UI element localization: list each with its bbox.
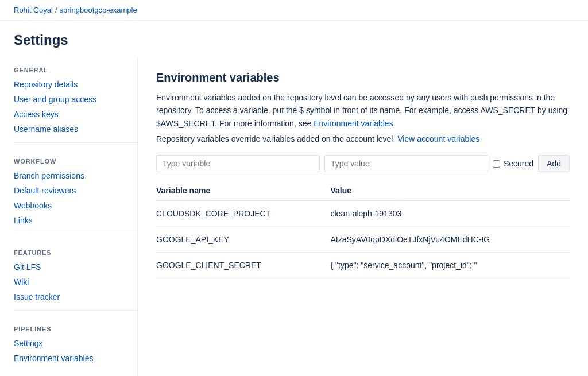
sidebar-item-branch-permissions[interactable]: Branch permissions: [14, 168, 137, 183]
secured-label: Secured: [493, 159, 533, 168]
sidebar: GENERALRepository detailsUser and group …: [0, 57, 138, 376]
sidebar-section-label-general: GENERAL: [14, 57, 137, 77]
value-input[interactable]: [324, 155, 488, 172]
sidebar-item-issue-tracker[interactable]: Issue tracker: [14, 289, 137, 304]
breadcrumb-repo[interactable]: springbootgcp-example: [60, 6, 137, 14]
var-name-cell: CLOUDSDK_CORE_PROJECT: [156, 200, 331, 227]
sidebar-divider: [14, 234, 137, 234]
main-content: Environment variables Environment variab…: [138, 57, 588, 376]
col-value-header: Value: [331, 181, 570, 200]
sidebar-item-git-lfs[interactable]: Git LFS: [14, 259, 137, 274]
sidebar-item-links[interactable]: Links: [14, 213, 137, 228]
var-value-cell: { "type": "service_account", "project_id…: [331, 253, 570, 278]
var-name-cell: GOOGLE_API_KEY: [156, 227, 331, 253]
sidebar-item-default-reviewers[interactable]: Default reviewers: [14, 183, 137, 198]
var-name-cell: GOOGLE_CLIENT_SECRET: [156, 253, 331, 278]
override-text: Repository variables override variables …: [156, 134, 570, 144]
override-part1: Repository variables override variables …: [156, 134, 397, 144]
table-row: CLOUDSDK_CORE_PROJECTclean-aleph-191303: [156, 200, 570, 227]
variables-table: Variable name Value CLOUDSDK_CORE_PROJEC…: [156, 181, 570, 278]
add-variable-row: Secured Add: [156, 155, 570, 172]
sidebar-item-webhooks[interactable]: Webhooks: [14, 198, 137, 213]
secured-checkbox[interactable]: [493, 160, 500, 168]
table-row: GOOGLE_API_KEYAIzaSyAV0qpDXdlOeTJfxNjVu4…: [156, 227, 570, 253]
secured-text: Secured: [504, 159, 533, 168]
page-title: Settings: [0, 21, 588, 57]
sidebar-section-label-features: FEATURES: [14, 240, 137, 259]
section-title: Environment variables: [156, 71, 570, 84]
table-header-row: Variable name Value: [156, 181, 570, 200]
view-account-vars-link[interactable]: View account variables: [397, 134, 479, 144]
var-value-cell: clean-aleph-191303: [331, 200, 570, 227]
table-row: GOOGLE_CLIENT_SECRET{ "type": "service_a…: [156, 253, 570, 278]
sidebar-item-access-keys[interactable]: Access keys: [14, 107, 137, 122]
sidebar-item-wiki[interactable]: Wiki: [14, 274, 137, 289]
sidebar-divider: [14, 310, 137, 311]
sidebar-item-repository-details[interactable]: Repository details: [14, 77, 137, 92]
sidebar-divider: [14, 142, 137, 143]
col-variable-header: Variable name: [156, 181, 331, 200]
description-part2: .: [393, 119, 396, 128]
sidebar-item-username-aliases[interactable]: Username aliases: [14, 122, 137, 137]
variable-input[interactable]: [156, 155, 320, 172]
breadcrumb-user[interactable]: Rohit Goyal: [14, 6, 53, 14]
sidebar-item-user-and-group-access[interactable]: User and group access: [14, 92, 137, 107]
env-vars-link[interactable]: Environment variables: [314, 119, 393, 128]
breadcrumb: Rohit Goyal / springbootgcp-example: [0, 0, 588, 21]
breadcrumb-separator: /: [55, 6, 57, 14]
sidebar-item-pipeline-settings[interactable]: Settings: [14, 336, 137, 351]
var-value-cell: AIzaSyAV0qpDXdlOeTJfxNjVu4OMEdHC-IG: [331, 227, 570, 253]
add-button[interactable]: Add: [538, 155, 570, 172]
sidebar-section-label-pipelines: PIPELINES: [14, 316, 137, 336]
sidebar-section-label-workflow: WORKFLOW: [14, 149, 137, 168]
sidebar-item-environment-variables[interactable]: Environment variables: [14, 351, 137, 366]
description-text: Environment variables added on the repos…: [156, 91, 570, 130]
